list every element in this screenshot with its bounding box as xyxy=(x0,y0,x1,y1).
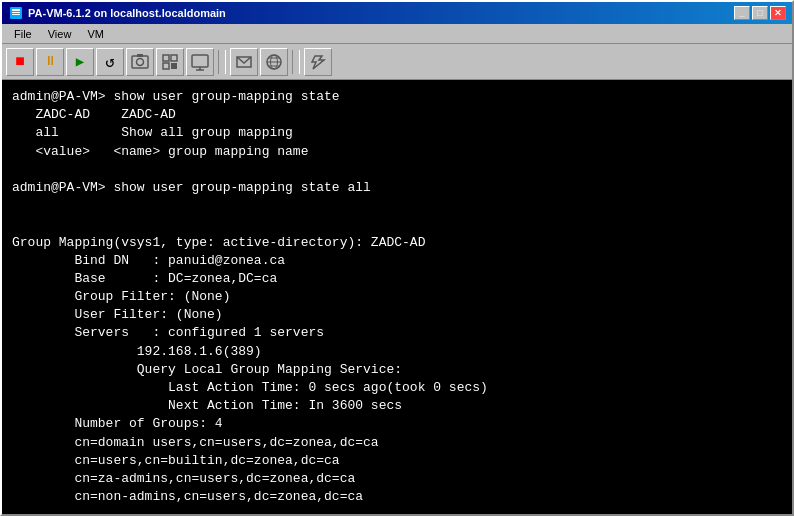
svg-rect-1 xyxy=(12,9,20,11)
maximize-button[interactable]: □ xyxy=(752,6,768,20)
play-button[interactable]: ▶ xyxy=(66,48,94,76)
menu-view[interactable]: View xyxy=(40,26,80,42)
send-button[interactable] xyxy=(230,48,258,76)
display-button[interactable] xyxy=(186,48,214,76)
power-button[interactable] xyxy=(304,48,332,76)
snapshot-button[interactable] xyxy=(126,48,154,76)
svg-rect-2 xyxy=(12,12,20,13)
menu-bar: File View VM xyxy=(2,24,792,44)
title-buttons: _ □ ✕ xyxy=(734,6,786,20)
svg-rect-7 xyxy=(163,55,169,61)
pause-button[interactable]: ⏸ xyxy=(36,48,64,76)
toolbar-separator-2 xyxy=(292,50,300,74)
network-button[interactable] xyxy=(260,48,288,76)
svg-rect-11 xyxy=(192,55,208,67)
minimize-button[interactable]: _ xyxy=(734,6,750,20)
refresh-button[interactable]: ↺ xyxy=(96,48,124,76)
menu-file[interactable]: File xyxy=(6,26,40,42)
stop-button[interactable]: ■ xyxy=(6,48,34,76)
svg-rect-8 xyxy=(171,55,177,61)
menu-vm[interactable]: VM xyxy=(79,26,112,42)
settings-button[interactable] xyxy=(156,48,184,76)
main-window: PA-VM-6.1.2 on localhost.localdomain _ □… xyxy=(0,0,794,516)
svg-rect-9 xyxy=(163,63,169,69)
toolbar-separator-1 xyxy=(218,50,226,74)
window-icon xyxy=(8,5,24,21)
svg-rect-10 xyxy=(171,63,177,69)
svg-point-5 xyxy=(137,58,144,65)
terminal-output: admin@PA-VM> show user group-mapping sta… xyxy=(12,88,782,514)
close-button[interactable]: ✕ xyxy=(770,6,786,20)
svg-rect-3 xyxy=(12,14,20,15)
title-bar: PA-VM-6.1.2 on localhost.localdomain _ □… xyxy=(2,2,792,24)
toolbar: ■ ⏸ ▶ ↺ xyxy=(2,44,792,80)
title-bar-left: PA-VM-6.1.2 on localhost.localdomain xyxy=(8,5,226,21)
window-title: PA-VM-6.1.2 on localhost.localdomain xyxy=(28,7,226,19)
terminal[interactable]: admin@PA-VM> show user group-mapping sta… xyxy=(2,80,792,514)
svg-rect-6 xyxy=(137,54,143,57)
